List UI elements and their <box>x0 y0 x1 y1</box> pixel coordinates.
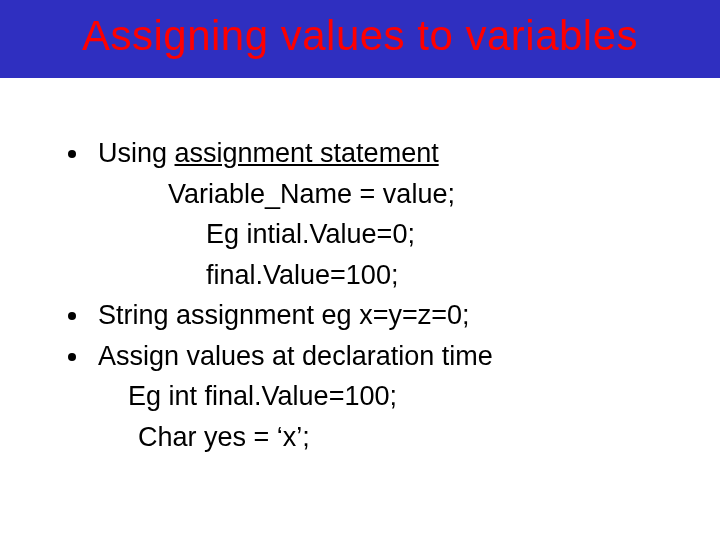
bullet-content: Using assignment statement Variable_Name… <box>98 133 670 295</box>
bullet-item: String assignment eg x=y=z=0; <box>68 295 670 336</box>
sub-line: Eg int final.Value=100; <box>98 376 670 417</box>
bullet-content: Assign values at declaration time Eg int… <box>98 336 670 458</box>
slide: Assigning values to variables Using assi… <box>0 0 720 540</box>
bullet-text: Assign values at declaration time <box>98 341 493 371</box>
bullet-text: String assignment eg x=y=z=0; <box>98 300 469 330</box>
slide-body: Using assignment statement Variable_Name… <box>0 78 720 457</box>
bullet-text-underlined: assignment statement <box>175 138 439 168</box>
bullet-item: Assign values at declaration time Eg int… <box>68 336 670 458</box>
sub-line: Char yes = ‘x’; <box>98 417 670 458</box>
bullet-dot-icon <box>68 150 76 158</box>
bullet-item: Using assignment statement Variable_Name… <box>68 133 670 295</box>
bullet-content: String assignment eg x=y=z=0; <box>98 295 670 336</box>
sub-line: Eg intial.Value=0; <box>98 214 670 255</box>
bullet-dot-icon <box>68 353 76 361</box>
sub-line: final.Value=100; <box>98 255 670 296</box>
sub-line: Variable_Name = value; <box>98 174 670 215</box>
title-band: Assigning values to variables <box>0 0 720 78</box>
bullet-dot-icon <box>68 312 76 320</box>
slide-title: Assigning values to variables <box>82 12 638 59</box>
bullet-text: Using <box>98 138 175 168</box>
